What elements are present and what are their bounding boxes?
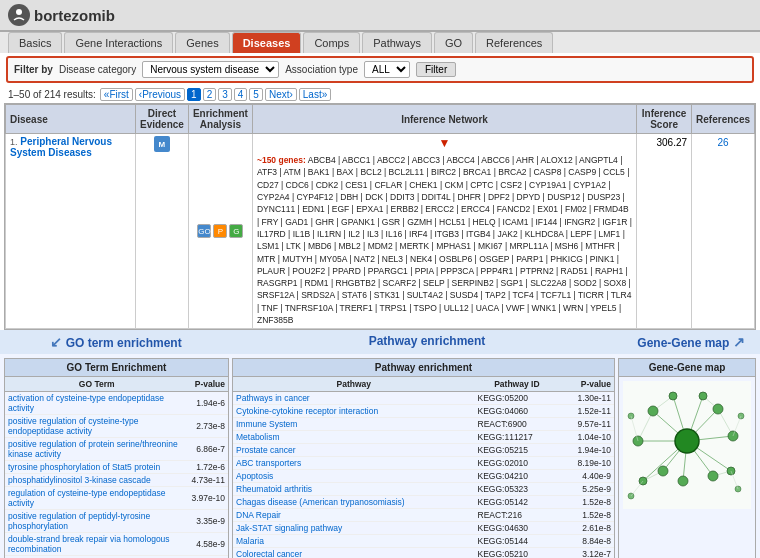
path-row: Jak-STAT signaling pathwayKEGG:046302.61… bbox=[233, 522, 614, 535]
path-name[interactable]: Colorectal cancer bbox=[233, 548, 475, 558]
page-4-btn[interactable]: 4 bbox=[234, 88, 248, 101]
path-pval: 1.94e-10 bbox=[559, 444, 614, 457]
go-row: positive regulation of peptidyl-tyrosine… bbox=[5, 510, 228, 533]
path-name[interactable]: Malaria bbox=[233, 535, 475, 548]
filter-button[interactable]: Filter bbox=[416, 62, 456, 77]
path-id: KEGG:04210 bbox=[475, 470, 560, 483]
gg-graph-svg[interactable] bbox=[623, 381, 751, 509]
gene-list-text: ABCB4 | ABCC1 | ABCC2 | ABCC3 | ABCC4 | … bbox=[257, 155, 632, 325]
path-name[interactable]: Pathways in cancer bbox=[233, 392, 475, 405]
page-1-btn[interactable]: 1 bbox=[187, 88, 201, 101]
svg-point-23 bbox=[658, 466, 668, 476]
go-term[interactable]: regulation of cysteine-type endopeptidas… bbox=[5, 487, 188, 510]
direct-evidence-cell: M bbox=[136, 134, 189, 329]
path-pval: 1.04e-10 bbox=[559, 431, 614, 444]
first-page-btn[interactable]: «First bbox=[100, 88, 133, 101]
go-pval: 1.72e-6 bbox=[188, 461, 228, 474]
svg-point-28 bbox=[669, 392, 677, 400]
enrichment-go-icon[interactable]: GO bbox=[197, 224, 211, 238]
go-term[interactable]: positive regulation of cysteine-type end… bbox=[5, 415, 188, 438]
tab-references[interactable]: References bbox=[475, 32, 553, 53]
path-pval: 4.40e-9 bbox=[559, 470, 614, 483]
association-type-select[interactable]: ALL bbox=[364, 61, 410, 78]
next-page-btn[interactable]: Next› bbox=[265, 88, 297, 101]
path-name[interactable]: Immune System bbox=[233, 418, 475, 431]
pagination: «First ‹Previous 1 2 3 4 5 Next› Last» bbox=[100, 88, 331, 101]
path-pval: 5.25e-9 bbox=[559, 483, 614, 496]
annotation-row: ↙ GO term enrichment Pathway enrichment … bbox=[0, 330, 760, 354]
app-header: bortezomib bbox=[0, 0, 760, 32]
refs-link[interactable]: 26 bbox=[717, 137, 728, 148]
path-row: Rheumatoid arthritisKEGG:053235.25e-9 bbox=[233, 483, 614, 496]
path-name[interactable]: ABC transporters bbox=[233, 457, 475, 470]
page-3-btn[interactable]: 3 bbox=[218, 88, 232, 101]
go-header-pval: P-value bbox=[188, 377, 228, 392]
tab-go[interactable]: GO bbox=[434, 32, 473, 53]
svg-point-0 bbox=[16, 9, 22, 15]
tab-gene-interactions[interactable]: Gene Interactions bbox=[64, 32, 173, 53]
table-row: 1. Peripheral Nervous System Diseases M … bbox=[6, 134, 755, 329]
go-row: activation of cysteine-type endopeptidas… bbox=[5, 392, 228, 415]
svg-point-30 bbox=[675, 429, 699, 453]
go-term[interactable]: activation of cysteine-type endopeptidas… bbox=[5, 392, 188, 415]
header-refs: References bbox=[692, 105, 755, 134]
go-term[interactable]: positive regulation of peptidyl-tyrosine… bbox=[5, 510, 188, 533]
path-name[interactable]: Metabolism bbox=[233, 431, 475, 444]
path-id: REACT:216 bbox=[475, 509, 560, 522]
header-direct: Direct Evidence bbox=[136, 105, 189, 134]
path-name[interactable]: Jak-STAT signaling pathway bbox=[233, 522, 475, 535]
page-5-btn[interactable]: 5 bbox=[249, 88, 263, 101]
disease-link[interactable]: Peripheral Nervous System Diseases bbox=[10, 136, 112, 158]
direct-evidence-icon[interactable]: M bbox=[154, 136, 170, 152]
path-row: Prostate cancerKEGG:052151.94e-10 bbox=[233, 444, 614, 457]
go-pval: 1.94e-6 bbox=[188, 392, 228, 415]
pathway-panel: Pathway enrichment Pathway Pathway ID P-… bbox=[232, 358, 615, 558]
go-row: phosphatidylinositol 3-kinase cascade4.7… bbox=[5, 474, 228, 487]
inference-cell: ▼ ~150 genes: ABCB4 | ABCC1 | ABCC2 | AB… bbox=[252, 134, 636, 329]
go-pval: 3.35e-9 bbox=[188, 510, 228, 533]
svg-point-20 bbox=[713, 404, 723, 414]
last-page-btn[interactable]: Last» bbox=[299, 88, 331, 101]
path-name[interactable]: Chagas disease (American trypanosomiasis… bbox=[233, 496, 475, 509]
go-row: positive regulation of cysteine-type end… bbox=[5, 415, 228, 438]
disease-cell: 1. Peripheral Nervous System Diseases bbox=[6, 134, 136, 329]
tab-pathways[interactable]: Pathways bbox=[362, 32, 432, 53]
filter-bar: Filter by Disease category Nervous syste… bbox=[6, 56, 754, 83]
prev-page-btn[interactable]: ‹Previous bbox=[135, 88, 185, 101]
filter-by-label: Filter by bbox=[14, 64, 53, 75]
path-pval: 8.84e-8 bbox=[559, 535, 614, 548]
go-pval: 6.86e-7 bbox=[188, 438, 228, 461]
tab-basics[interactable]: Basics bbox=[8, 32, 62, 53]
path-pval: 2.61e-8 bbox=[559, 522, 614, 535]
path-name[interactable]: Rheumatoid arthritis bbox=[233, 483, 475, 496]
tab-diseases[interactable]: Diseases bbox=[232, 32, 302, 53]
path-pval: 1.52e-8 bbox=[559, 496, 614, 509]
enrichment-cell: GO P G bbox=[188, 134, 252, 329]
path-id: KEGG:05200 bbox=[475, 392, 560, 405]
path-row: Cytokine-cytokine receptor interactionKE… bbox=[233, 405, 614, 418]
enrichment-gg-icon[interactable]: G bbox=[229, 224, 243, 238]
path-row: Chagas disease (American trypanosomiasis… bbox=[233, 496, 614, 509]
score-cell: 306.27 bbox=[637, 134, 692, 329]
svg-point-29 bbox=[699, 392, 707, 400]
app-wrapper: bortezomib Basics Gene Interactions Gene… bbox=[0, 0, 760, 558]
disease-category-select[interactable]: Nervous system disease bbox=[142, 61, 279, 78]
page-2-btn[interactable]: 2 bbox=[203, 88, 217, 101]
path-name[interactable]: Prostate cancer bbox=[233, 444, 475, 457]
path-name[interactable]: Cytokine-cytokine receptor interaction bbox=[233, 405, 475, 418]
tab-comps[interactable]: Comps bbox=[303, 32, 360, 53]
refs-cell: 26 bbox=[692, 134, 755, 329]
go-term[interactable]: tyrosine phosphorylation of Stat5 protei… bbox=[5, 461, 188, 474]
tab-genes[interactable]: Genes bbox=[175, 32, 229, 53]
gg-panel-title: Gene-Gene map bbox=[619, 359, 755, 377]
go-term[interactable]: positive regulation of protein serine/th… bbox=[5, 438, 188, 461]
go-term[interactable]: phosphatidylinositol 3-kinase cascade bbox=[5, 474, 188, 487]
path-name[interactable]: Apoptosis bbox=[233, 470, 475, 483]
row-number: 1. bbox=[10, 137, 18, 147]
path-name[interactable]: DNA Repair bbox=[233, 509, 475, 522]
annotation-pathway-label: Pathway enrichment bbox=[232, 332, 622, 352]
enrichment-path-icon[interactable]: P bbox=[213, 224, 227, 238]
go-pval: 4.58e-9 bbox=[188, 533, 228, 556]
go-term[interactable]: double-strand break repair via homologou… bbox=[5, 533, 188, 556]
svg-point-25 bbox=[678, 476, 688, 486]
